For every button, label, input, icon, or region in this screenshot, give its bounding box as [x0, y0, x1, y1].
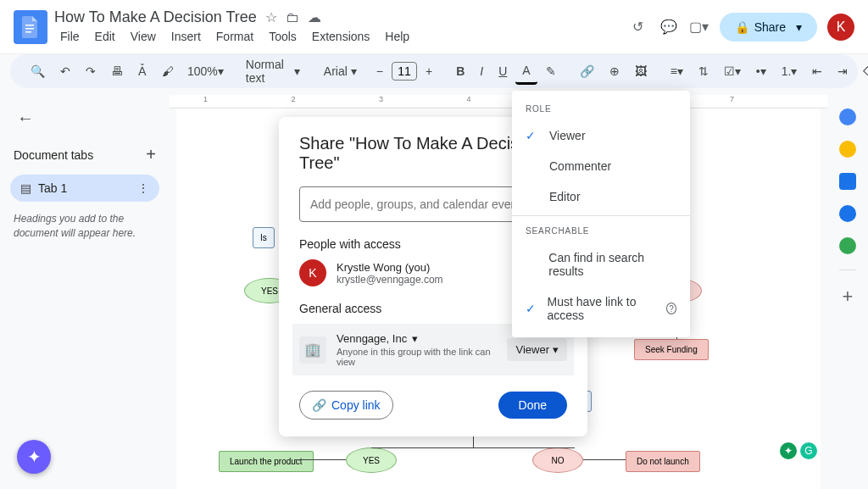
role-option-editor[interactable]: Editor: [512, 181, 690, 212]
menu-divider: [512, 215, 690, 216]
role-dropdown-menu: Role ✓ Viewer Commenter Editor Searchabl…: [512, 91, 690, 337]
org-select[interactable]: Venngage, Inc ▾: [337, 332, 497, 345]
role-option-commenter[interactable]: Commenter: [512, 151, 690, 181]
chevron-down-icon: ▾: [553, 343, 559, 356]
search-option-link[interactable]: ✓ Must have link to access ?: [512, 286, 690, 331]
role-select[interactable]: Viewer ▾: [507, 338, 567, 361]
building-icon: 🏢: [299, 336, 326, 364]
person-email: krystle@venngage.com: [337, 274, 443, 286]
done-button[interactable]: Done: [498, 392, 567, 419]
grammarly-icon[interactable]: G: [800, 442, 817, 459]
role-heading: Role: [512, 97, 690, 120]
explore-icon[interactable]: ✦: [780, 442, 797, 459]
role-option-viewer[interactable]: ✓ Viewer: [512, 120, 690, 151]
assistant-fab[interactable]: ✦: [17, 440, 51, 474]
explore-badges: ✦ G: [780, 442, 817, 459]
person-name: Krystle Wong (you): [337, 261, 443, 274]
copy-link-button[interactable]: 🔗 Copy link: [299, 391, 393, 420]
search-option-find[interactable]: Can find in search results: [512, 242, 690, 286]
check-icon: ✓: [526, 302, 537, 315]
chevron-down-icon: ▾: [412, 332, 418, 345]
help-icon[interactable]: ?: [666, 303, 676, 314]
access-description: Anyone in this group with the link can v…: [337, 347, 497, 367]
person-avatar: K: [299, 259, 326, 286]
link-icon: 🔗: [312, 398, 326, 412]
searchable-heading: Searchable: [512, 219, 690, 242]
check-icon: ✓: [526, 129, 539, 142]
